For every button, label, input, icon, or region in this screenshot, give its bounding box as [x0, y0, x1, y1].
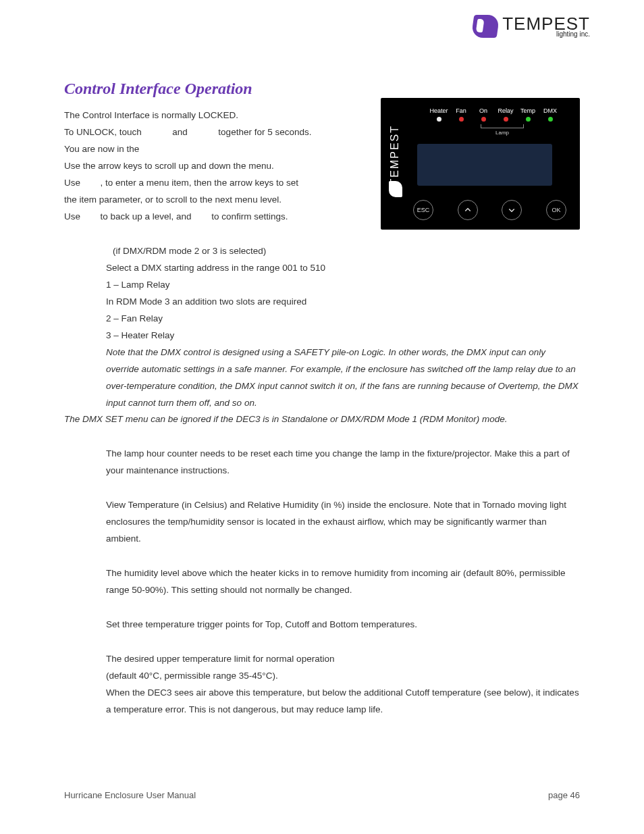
intro-line: Use , to enter a menu item, then the arr…	[64, 175, 334, 192]
led-label: Fan	[456, 107, 466, 114]
intro-line: Use to back up a level, and to confirm s…	[64, 209, 334, 226]
panel-brand-vertical: TEMPEST	[389, 125, 401, 186]
control-panel-illustration: Heater Fan On Relay Temp DMX Lamp TEMPES…	[381, 98, 580, 230]
chevron-up-icon	[464, 206, 472, 214]
dmx-safety-note: Note that the DMX control is designed us…	[106, 344, 580, 412]
panel-logo-icon	[389, 181, 402, 197]
dmx-line: In RDM Mode 3 an addition two slots are …	[106, 294, 580, 311]
intro-line: You are now in the	[64, 141, 334, 158]
led-on-icon	[481, 117, 486, 122]
upper-temp-block: The desired upper temperature limit for …	[106, 651, 580, 719]
dmx-line: 2 – Fan Relay	[106, 311, 580, 328]
trigger-points-block: Set three temperature trigger points for…	[106, 617, 580, 633]
panel-down-button	[502, 200, 522, 220]
intro-paragraph: The Control Interface is normally LOCKED…	[64, 107, 334, 226]
panel-lcd-screen	[417, 144, 552, 186]
led-dmx-icon	[548, 117, 553, 122]
dmx-condition: (if DMX/RDM mode 2 or 3 is selected)	[113, 243, 580, 260]
dmx-line: 1 – Lamp Relay	[106, 277, 580, 294]
logo-mark-icon	[471, 15, 500, 38]
dmx-line: 3 – Heater Relay	[106, 328, 580, 344]
led-label: On	[479, 107, 487, 114]
intro-line: To UNLOCK, touch and together for 5 seco…	[64, 124, 334, 141]
footer-manual-title: Hurricane Enclosure User Manual	[64, 790, 196, 800]
led-relay-icon	[504, 117, 508, 122]
led-label: Heater	[429, 107, 448, 114]
humidity-threshold-block: The humidity level above which the heate…	[106, 565, 580, 599]
section-title: Control Interface Operation	[64, 80, 580, 98]
temp-humidity-block: View Temperature (in Celsius) and Relati…	[106, 497, 580, 548]
logo-sub-text: lighting inc.	[502, 31, 590, 38]
intro-line: The Control Interface is normally LOCKED…	[64, 107, 334, 124]
lamp-hours-block: The lamp hour counter needs to be reset …	[106, 446, 580, 479]
led-fan-icon	[459, 117, 464, 122]
led-heater-icon	[437, 117, 441, 122]
lamp-bracket: Lamp	[481, 128, 524, 128]
led-label: Relay	[498, 107, 513, 114]
page-footer: Hurricane Enclosure User Manual page 46	[64, 790, 580, 800]
led-temp-icon	[526, 117, 531, 122]
dmx-line: Select a DMX starting address in the ran…	[106, 260, 580, 277]
brand-logo: TEMPEST lighting inc.	[473, 15, 590, 38]
panel-led-row: Heater Fan On Relay Temp DMX	[381, 98, 580, 122]
panel-up-button	[458, 200, 478, 220]
lamp-label: Lamp	[495, 130, 509, 136]
intro-line: the item parameter, or to scroll to the …	[64, 192, 334, 209]
led-label: Temp	[520, 107, 535, 114]
led-label: DMX	[543, 107, 557, 114]
footer-page-number: page 46	[548, 790, 580, 800]
intro-line: Use the arrow keys to scroll up and down…	[64, 158, 334, 175]
panel-button-row: ESC OK	[413, 200, 566, 220]
panel-esc-button: ESC	[413, 200, 433, 220]
chevron-down-icon	[508, 206, 516, 214]
panel-ok-button: OK	[546, 200, 566, 220]
dmx-ignore-note: The DMX SET menu can be ignored if the D…	[64, 411, 580, 428]
dmx-block: (if DMX/RDM mode 2 or 3 is selected) Sel…	[106, 243, 580, 412]
